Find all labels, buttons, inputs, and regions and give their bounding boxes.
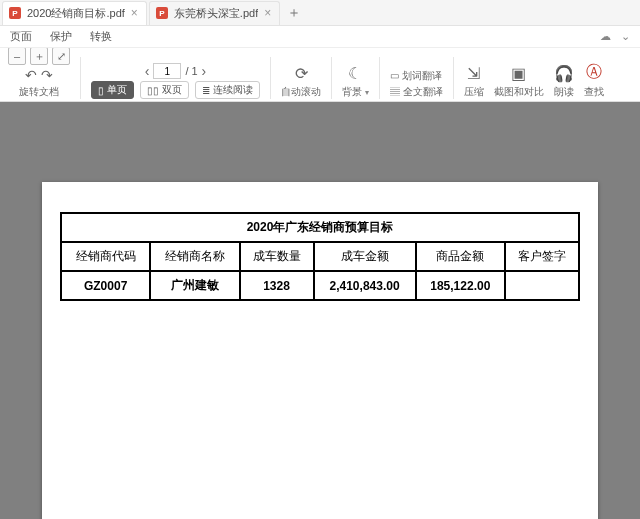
table-title: 2020年广东经销商预算目标 — [61, 213, 579, 242]
tab-active[interactable]: P 2020经销商目标.pdf × — [2, 1, 147, 25]
col-header: 经销商代码 — [61, 242, 150, 271]
search-icon: Ⓐ — [586, 62, 602, 83]
separator — [453, 57, 454, 99]
page-layout-group: ‹ / 1 › ▯单页 ▯▯双页 ≣连续阅读 — [91, 63, 260, 99]
col-header: 成车金额 — [314, 242, 416, 271]
compare-icon: ▣ — [511, 64, 526, 83]
prev-page-icon[interactable]: ‹ — [145, 63, 150, 79]
compare-button[interactable]: ▣ 截图和对比 — [494, 64, 544, 99]
separator — [379, 57, 380, 99]
background-button[interactable]: ☾ 背景 ▾ — [342, 64, 369, 99]
close-icon[interactable]: × — [264, 6, 271, 20]
budget-table: 2020年广东经销商预算目标 经销商代码 经销商名称 成车数量 成车金额 商品金… — [60, 212, 580, 301]
cloud-icon[interactable]: ☁ — [600, 30, 611, 43]
autoscroll-button[interactable]: ⟳ 自动滚动 — [281, 64, 321, 99]
new-tab-button[interactable]: ＋ — [282, 4, 306, 22]
table-row: GZ0007 广州建敏 1328 2,410,843.00 185,122.00 — [61, 271, 579, 300]
tab-label: 2020经销商目标.pdf — [27, 6, 125, 21]
page-number-input[interactable] — [153, 63, 181, 79]
col-header: 成车数量 — [240, 242, 314, 271]
rotate-right-icon[interactable]: ↷ — [41, 67, 53, 83]
cell-vehicle-qty: 1328 — [240, 271, 314, 300]
tab-inactive[interactable]: P 东莞桥头深宝.pdf × — [149, 1, 280, 25]
zoom-out-icon[interactable]: – — [8, 47, 26, 65]
rotate-label: 旋转文档 — [19, 85, 59, 99]
toolbar: – ＋ ⤢ ↶ ↷ 旋转文档 ‹ / 1 › ▯单页 ▯▯双页 ≣连续阅读 ⟳ … — [0, 48, 640, 102]
single-page-button[interactable]: ▯单页 — [91, 81, 134, 99]
zoom-fit-icon[interactable]: ⤢ — [52, 47, 70, 65]
col-header: 客户签字 — [505, 242, 579, 271]
cell-vehicle-amount: 2,410,843.00 — [314, 271, 416, 300]
col-header: 商品金额 — [416, 242, 505, 271]
translate-hover-icon: ▭ — [390, 70, 399, 81]
cell-goods-amount: 185,122.00 — [416, 271, 505, 300]
page-indicator: ‹ / 1 › — [145, 63, 207, 79]
separator — [331, 57, 332, 99]
zoom-group: – ＋ ⤢ ↶ ↷ 旋转文档 — [8, 47, 70, 99]
continuous-button[interactable]: ≣连续阅读 — [195, 81, 260, 99]
rotate-left-icon[interactable]: ↶ — [25, 67, 37, 83]
tab-bar: P 2020经销商目标.pdf × P 东莞桥头深宝.pdf × ＋ — [0, 0, 640, 26]
tab-label: 东莞桥头深宝.pdf — [174, 6, 258, 21]
pdf-icon: P — [9, 7, 21, 19]
col-header: 经销商名称 — [150, 242, 239, 271]
translate-full-icon: ▤ — [390, 86, 400, 97]
close-icon[interactable]: × — [131, 6, 138, 20]
cell-dealer-code: GZ0007 — [61, 271, 150, 300]
translate-group: ▭ 划词翻译 ▤ 全文翻译 — [390, 69, 443, 99]
moon-icon: ☾ — [348, 64, 362, 83]
menu-page[interactable]: 页面 — [10, 29, 32, 44]
cell-dealer-name: 广州建敏 — [150, 271, 239, 300]
cell-signature — [505, 271, 579, 300]
double-page-button[interactable]: ▯▯双页 — [140, 81, 189, 99]
separator — [80, 57, 81, 99]
page-total: / 1 — [185, 65, 197, 77]
document-viewport[interactable]: 2020年广东经销商预算目标 经销商代码 经销商名称 成车数量 成车金额 商品金… — [0, 102, 640, 519]
pdf-page: 2020年广东经销商预算目标 经销商代码 经销商名称 成车数量 成车金额 商品金… — [42, 182, 598, 519]
pdf-icon: P — [156, 7, 168, 19]
autoscroll-icon: ⟳ — [295, 64, 308, 83]
next-page-icon[interactable]: › — [202, 63, 207, 79]
find-button[interactable]: Ⓐ 查找 — [584, 62, 604, 99]
read-aloud-button[interactable]: 🎧 朗读 — [554, 64, 574, 99]
chevron-down-icon: ▾ — [365, 88, 369, 97]
chevron-down-icon[interactable]: ⌄ — [621, 30, 630, 43]
separator — [270, 57, 271, 99]
compress-icon: ⇲ — [467, 64, 480, 83]
compress-button[interactable]: ⇲ 压缩 — [464, 64, 484, 99]
menu-protect[interactable]: 保护 — [50, 29, 72, 44]
menu-bar: 页面 保护 转换 ☁ ⌄ — [0, 26, 640, 48]
zoom-in-icon[interactable]: ＋ — [30, 47, 48, 65]
speaker-icon: 🎧 — [554, 64, 574, 83]
menu-convert[interactable]: 转换 — [90, 29, 112, 44]
